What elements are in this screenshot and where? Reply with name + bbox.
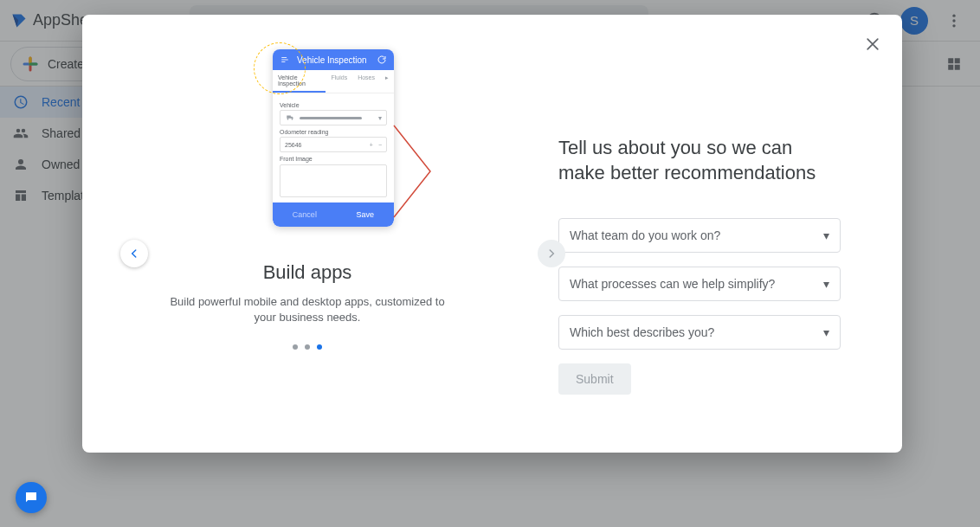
phone-odometer-value: 25646 (285, 142, 301, 148)
phone-tab: Fluids (326, 70, 352, 93)
select-placeholder: What team do you work on? (570, 228, 720, 242)
carousel-subtitle: Build powerful mobile and desktop apps, … (164, 294, 450, 325)
decoration-red-arrow (392, 124, 435, 219)
phone-field-label: Front Image (280, 156, 387, 162)
carousel-next-button[interactable] (538, 240, 565, 267)
carousel-dot[interactable] (305, 344, 310, 350)
phone-cancel: Cancel (293, 210, 317, 219)
phone-illustration: Vehicle Inspection Vehicle Inspection Fl… (273, 49, 394, 227)
chat-fab[interactable] (16, 482, 47, 513)
caret-down-icon: ▾ (823, 228, 829, 242)
phone-image-input (280, 164, 387, 197)
chevron-right-icon (545, 247, 558, 260)
submit-label: Submit (576, 372, 614, 386)
phone-vehicle-select: ▾ (280, 110, 387, 125)
describe-select[interactable]: Which best describes you? ▾ (558, 315, 841, 350)
phone-field-label: Vehicle (280, 102, 387, 108)
select-placeholder: What processes can we help simplify? (570, 277, 775, 291)
carousel-title: Build apps (263, 261, 352, 284)
form-heading: Tell us about you so we can make better … (558, 136, 841, 185)
decoration-dotted-circle (254, 42, 306, 94)
phone-tab: Hoses (352, 70, 380, 93)
refresh-icon (377, 55, 387, 65)
processes-select[interactable]: What processes can we help simplify? ▾ (558, 267, 841, 301)
team-select[interactable]: What team do you work on? ▾ (558, 218, 841, 253)
chevron-left-icon (128, 247, 140, 260)
phone-tab-more: ▸ (380, 70, 394, 93)
close-icon (864, 35, 881, 53)
carousel-prev-button[interactable] (120, 240, 148, 267)
chat-icon (23, 490, 39, 505)
submit-button[interactable]: Submit (558, 363, 631, 395)
phone-header-title: Vehicle Inspection (297, 55, 370, 65)
phone-save: Save (357, 210, 375, 219)
caret-down-icon: ▾ (823, 277, 829, 291)
select-placeholder: Which best describes you? (570, 325, 714, 339)
carousel-dot[interactable] (317, 344, 322, 350)
caret-down-icon: ▾ (823, 325, 829, 339)
phone-odometer-input: 25646 +− (280, 137, 387, 152)
form-panel: Tell us about you so we can make better … (532, 15, 902, 453)
onboarding-modal: Vehicle Inspection Vehicle Inspection Fl… (82, 15, 902, 453)
phone-field-label: Odometer reading (280, 129, 387, 135)
truck-icon (285, 113, 295, 122)
carousel-dots (293, 344, 322, 350)
carousel-dot[interactable] (293, 344, 298, 350)
close-button[interactable] (857, 29, 888, 60)
carousel-panel: Vehicle Inspection Vehicle Inspection Fl… (82, 15, 532, 453)
